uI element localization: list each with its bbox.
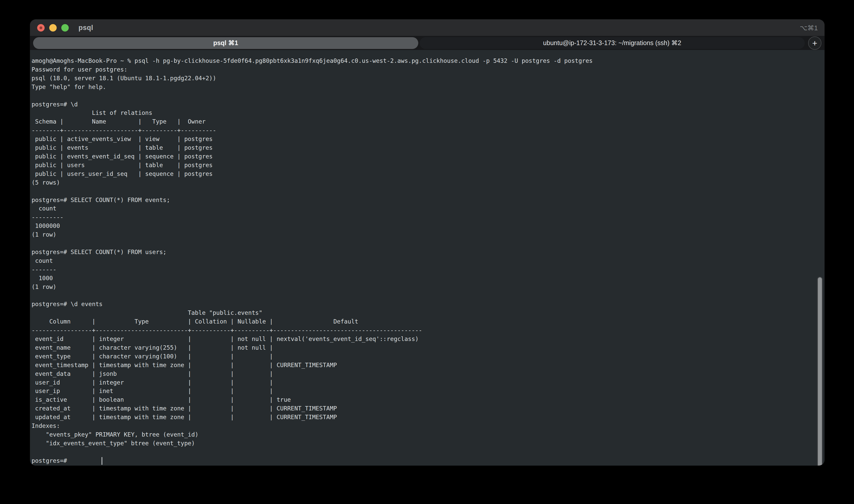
tab-bar: psql ⌘1 ubuntu@ip-172-31-3-173: ~/migrat… — [30, 36, 824, 50]
traffic-lights — [30, 24, 69, 32]
terminal-content[interactable]: amogh@Amoghs-MacBook-Pro ~ % psql -h pg-… — [30, 50, 824, 466]
window-shortcut-hint: ⌥⌘1 — [800, 24, 818, 32]
minimize-button[interactable] — [49, 24, 57, 32]
terminal-window: psql ⌥⌘1 psql ⌘1 ubuntu@ip-172-31-3-173:… — [30, 19, 824, 466]
zoom-button[interactable] — [61, 24, 69, 32]
window-title: psql — [78, 24, 93, 32]
tab-psql[interactable]: psql ⌘1 — [33, 37, 418, 49]
terminal-cursor — [102, 457, 102, 465]
tab-ssh-migrations[interactable]: ubuntu@ip-172-31-3-173: ~/migrations (ss… — [420, 37, 805, 49]
terminal-output: amogh@Amoghs-MacBook-Pro ~ % psql -h pg-… — [30, 50, 824, 465]
titlebar[interactable]: psql ⌥⌘1 — [30, 19, 824, 36]
close-button[interactable] — [37, 24, 45, 32]
new-tab-button[interactable]: + — [808, 36, 821, 50]
scrollbar-thumb[interactable] — [817, 276, 823, 466]
